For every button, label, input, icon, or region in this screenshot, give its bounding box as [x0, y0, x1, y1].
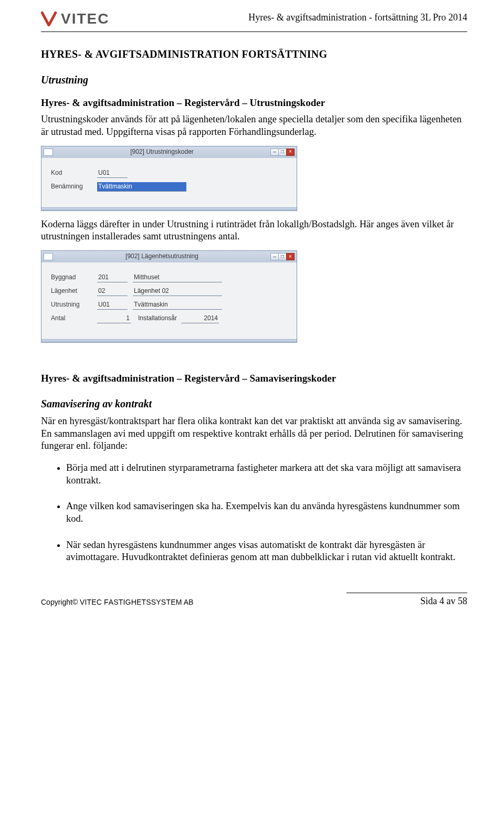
page-header: VITEC Hyres- & avgiftsadministration - f…: [41, 9, 467, 32]
lagenhet-desc-input[interactable]: Lägenhet 02: [133, 287, 222, 296]
samavisering-bullets: Börja med att i delrutinen styrparametra…: [41, 462, 467, 564]
utrustning-label: Utrustning: [51, 301, 97, 309]
window-frame-bottom: [41, 207, 297, 210]
benamning-input[interactable]: Tvättmaskin: [97, 182, 186, 192]
sub-heading-utrustningskoder: Hyres- & avgiftsadministration – Registe…: [41, 97, 467, 109]
logo: VITEC: [41, 9, 109, 28]
window-icon: [44, 253, 53, 260]
bullet-item: När sedan hyresgästens kundnummer anges …: [66, 539, 467, 564]
benamning-label: Benämning: [51, 183, 97, 191]
logo-icon: [41, 12, 57, 26]
lagenhet-label: Lägenhet: [51, 287, 97, 295]
maximize-icon[interactable]: □: [278, 149, 287, 156]
kod-input[interactable]: U01: [97, 168, 128, 178]
doc-title: Hyres- & avgiftsadministration - fortsät…: [248, 9, 467, 24]
close-icon[interactable]: ×: [286, 149, 295, 156]
window-lagenhetsutrustning: [902] Lägenhetsutrustning – □ × Byggnad …: [41, 250, 297, 343]
footer-page: Sida 4 av 58: [346, 593, 467, 607]
byggnad-desc-input[interactable]: Mitthuset: [133, 273, 222, 282]
page-footer: Copyright© VITEC FASTIGHETSSYSTEM AB Sid…: [41, 589, 467, 607]
window-icon: [44, 149, 53, 156]
byggnad-input[interactable]: 201: [97, 273, 128, 282]
sub-heading-samaviseringskoder: Hyres- & avgiftsadministration – Registe…: [41, 372, 467, 385]
bullet-item: Börja med att i delrutinen styrparametra…: [66, 462, 467, 487]
section-heading-samavisering: Samavisering av kontrakt: [41, 397, 467, 411]
window-utrustningskoder: [902] Utrustningskoder – □ × Kod U01 Ben…: [41, 146, 297, 211]
samavisering-paragraph: När en hyresgäst/kontraktspart har flera…: [41, 415, 467, 452]
section-heading-utrustning: Utrustning: [41, 73, 467, 87]
window-title: [902] Lägenhetsutrustning: [53, 252, 271, 260]
kod-label: Kod: [51, 169, 97, 177]
minimize-icon[interactable]: –: [270, 149, 279, 156]
antal-label: Antal: [51, 314, 97, 322]
utrustning-desc-input[interactable]: Tvättmaskin: [133, 300, 222, 310]
titlebar: [902] Lägenhetsutrustning – □ ×: [41, 251, 297, 262]
maximize-icon[interactable]: □: [278, 253, 287, 260]
utrustning-input[interactable]: U01: [97, 300, 128, 310]
minimize-icon[interactable]: –: [270, 253, 279, 260]
antal-input[interactable]: 1: [97, 314, 131, 323]
titlebar: [902] Utrustningskoder – □ ×: [41, 146, 297, 158]
window-frame-bottom: [41, 339, 297, 342]
utrustning-paragraph-2: Koderna läggs därefter in under Utrustni…: [41, 218, 467, 243]
installationsar-input[interactable]: 2014: [181, 314, 219, 323]
lagenhet-input[interactable]: 02: [97, 287, 128, 296]
footer-copyright: Copyright© VITEC FASTIGHETSSYSTEM AB: [41, 598, 193, 607]
utrustning-paragraph-1: Utrustningskoder används för att på läge…: [41, 113, 467, 138]
close-icon[interactable]: ×: [286, 253, 295, 260]
bullet-item: Ange vilken kod samaviseringen ska ha. E…: [66, 500, 467, 525]
byggnad-label: Byggnad: [51, 273, 97, 281]
logo-text: VITEC: [61, 9, 109, 28]
window-title: [902] Utrustningskoder: [53, 148, 271, 156]
main-heading: HYRES- & AVGIFTSADMINISTRATION FORTSÄTTN…: [41, 48, 467, 61]
installationsar-label: Installationsår: [138, 314, 177, 322]
